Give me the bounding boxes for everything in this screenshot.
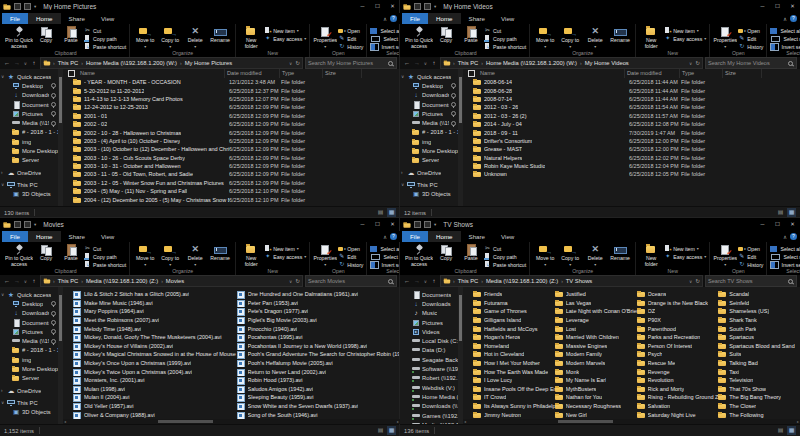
file-row[interactable]: 2002 - 026/25/2018 12:09 PMFile folder [63,120,400,128]
sidebar-item-more-desktop[interactable]: More Desktop [400,146,458,155]
sidebar-item-documents[interactable]: Documents [400,100,458,109]
ribbon-button-select-all[interactable]: Select all [370,27,400,34]
sidebar-item-home-media-1[interactable]: Home Media (\\1 [400,392,458,401]
up-button[interactable]: ↑ [430,278,438,284]
recent-locations-icon[interactable]: ∨ [423,61,428,66]
minimize-button[interactable]: ─ [755,0,770,13]
ribbon-button-new-folder[interactable]: New folder [239,243,263,268]
ribbon-button-paste-shortcut[interactable]: Paste shortcut [84,261,126,268]
sidebar-item-quick-access[interactable]: ∨Quick access [0,290,58,299]
large-icons-view-icon[interactable]: ▦ [387,208,396,217]
file-item[interactable]: Psych [637,350,719,359]
file-item[interactable]: Modern Marvels [555,359,637,368]
search-input[interactable]: Search My Home Videos [708,60,786,66]
ribbon-button-easy-access[interactable]: Easy access▾ [664,253,706,260]
file-item[interactable]: New Girl [555,410,637,419]
address-dropdown-icon[interactable]: ∨ [289,61,292,66]
details-view-icon[interactable]: ▤ [776,208,785,217]
ribbon-button-copy[interactable]: Copy [34,25,58,50]
ribbon-button-select-all[interactable]: Select all [770,27,800,34]
tab-home[interactable]: Home [28,13,61,24]
ribbon-button-new-folder[interactable]: New folder [639,25,663,50]
ribbon-button-copy-to[interactable]: Copy to▾ [558,243,582,268]
tab-share[interactable]: Share [61,231,94,242]
address-field[interactable]: ›This PC›Home Media (\\192.168.1.200) (W… [40,57,303,69]
sidebar-item-3d-objects[interactable]: 3D Objects [0,408,58,417]
address-field[interactable]: ›This PC›Media (\\192.168.1.200) (Z:)›Mo… [40,275,303,287]
file-item[interactable]: Spartacus Blood and Sand [718,342,800,351]
search-box[interactable]: Search Movies [305,275,397,287]
ribbon-button-new-item[interactable]: New item▾ [264,27,306,34]
file-item[interactable]: Lilo & Stitch 2 Stitch has a Glitch (200… [73,290,237,299]
tab-view[interactable]: View [93,13,122,24]
file-item[interactable]: I Love Lucy [473,376,555,385]
navigation-scrollbar[interactable] [58,287,63,424]
file-item[interactable]: One Hundred and One Dalmatians (1961).av… [237,290,401,299]
file-item[interactable]: Game of Thrones [473,307,555,316]
file-item[interactable]: Mickey's House of Villains (2002).avi [73,342,237,351]
ribbon-button-history[interactable]: History [338,261,363,268]
file-item[interactable]: That 70s Show [718,385,800,394]
help-icon[interactable]: ? [390,233,397,240]
ribbon-button-pin-to-quick-access[interactable]: Pin to Quick access [405,25,433,50]
qat-dropdown-icon[interactable]: ▾ [434,222,436,227]
qat-new-folder-icon[interactable] [424,3,431,10]
breadcrumb-item[interactable]: Home Media (\\192.168.1.200) (W:) [86,60,177,66]
file-item[interactable]: How The Earth Was Made [473,367,555,376]
scrollbar-thumb[interactable] [459,77,462,123]
column-header-type[interactable]: Type [680,69,723,78]
breadcrumb-item[interactable]: This PC [58,278,79,284]
file-row[interactable]: 12-24-2012 to 12-25-20136/25/2018 12:09 … [63,103,400,111]
breadcrumb-item[interactable]: My Home Videos [585,60,629,66]
file-row[interactable]: 2003 - 10 - 31 - October and Halloween6/… [63,162,400,170]
close-button[interactable]: ✕ [385,0,400,13]
up-button[interactable]: ↑ [30,278,38,284]
file-item[interactable]: Shark Tank [718,316,800,325]
file-row[interactable]: 2003 - (4) April to (10) October - Disne… [63,137,400,145]
sidebar-item-documents[interactable]: Documents [0,318,58,327]
refresh-icon[interactable]: ↻ [695,278,700,284]
ribbon-button-copy-path[interactable]: Copy path [484,35,526,42]
chevron-down-icon[interactable]: ∨ [1,400,5,405]
ribbon-button-copy-path[interactable]: Copy path [84,35,126,42]
file-item[interactable]: Insane Pools Off the Deep End [473,385,555,394]
tab-file[interactable]: File [2,231,28,242]
column-header-name[interactable]: Name [478,69,625,78]
sidebar-item-3d-objects[interactable]: 3D Objects [0,190,58,199]
file-item[interactable]: Necessary Roughness [555,402,637,411]
file-item[interactable]: Melody Time (1948).avi [73,324,237,333]
close-button[interactable]: ✕ [785,218,800,231]
sidebar-item-pictures[interactable]: Pictures [400,109,458,118]
forward-button[interactable]: → [413,60,421,66]
sidebar-item-server[interactable]: Server [0,156,58,165]
sidebar-item-onedrive[interactable]: ›OneDrive [0,386,58,395]
ribbon-button-open[interactable]: Open [738,245,763,252]
minimize-button[interactable]: ─ [355,0,370,13]
file-item[interactable]: Monk [555,367,637,376]
file-item[interactable]: Taxi [718,367,800,376]
file-item[interactable]: The Closer [718,402,800,411]
breadcrumb-item[interactable]: Home Media (\\192.168.1.200) (W:) [486,60,577,66]
ribbon-button-copy-to[interactable]: Copy to▾ [158,243,182,268]
file-row[interactable]: Unknown6/25/2018 12:05 PMFile folder [463,170,800,178]
file-item[interactable]: The Big Bang Theory [718,393,800,402]
horizontal-scrollbar[interactable] [463,419,800,424]
ribbon-button-easy-access[interactable]: Easy access▾ [664,35,706,42]
ribbon-button-pin-to-quick-access[interactable]: Pin to Quick access [5,243,33,268]
chevron-right-icon[interactable]: › [1,388,5,393]
ribbon-button-new-item[interactable]: New item▾ [264,245,306,252]
file-item[interactable]: Jimmy Neutron [473,410,555,419]
tab-view[interactable]: View [93,231,122,242]
maximize-button[interactable]: ☐ [370,218,385,231]
scrollbar-thumb[interactable] [459,295,462,341]
file-item[interactable]: Married With Children [555,333,637,342]
file-item[interactable]: My Name Is Earl [555,376,637,385]
ribbon-button-invert-selection[interactable]: Invert selection [770,43,800,50]
sidebar-item-img[interactable]: img [0,137,58,146]
file-item[interactable]: The Following [718,410,800,419]
file-row[interactable]: 2003 - (10) October to (12) December - H… [63,145,400,153]
ribbon-button-paste-shortcut[interactable]: Paste shortcut [84,43,126,50]
file-item[interactable]: Mulan II (2004).avi [73,393,237,402]
sidebar-item-desktop[interactable]: Desktop [0,81,58,90]
chevron-right-icon[interactable]: › [401,170,405,175]
